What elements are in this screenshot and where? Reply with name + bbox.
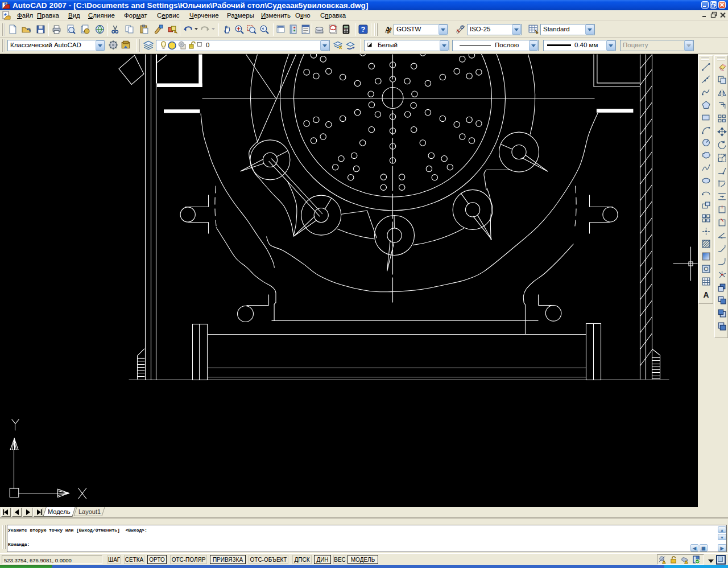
svg-text:?: ?: [361, 25, 366, 34]
svg-text:A: A: [704, 290, 709, 299]
